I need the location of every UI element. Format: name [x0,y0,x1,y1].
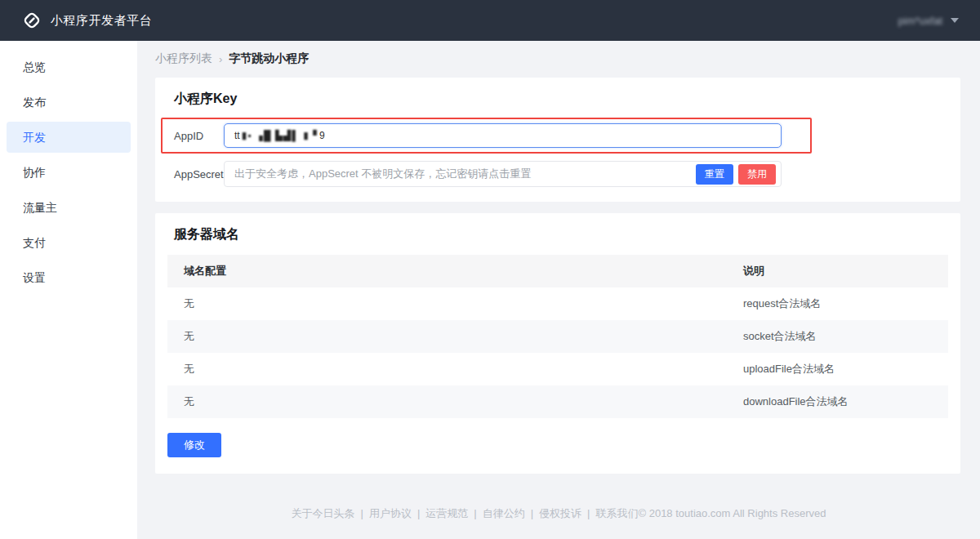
appsecret-hint: 出于安全考虑，AppSecret 不被明文保存，忘记密钥请点击重置 [234,167,531,181]
appsecret-row: AppSecret 出于安全考虑，AppSecret 不被明文保存，忘记密钥请点… [163,161,960,187]
sidebar: 总览 发布 开发 协作 流量主 支付 设置 [0,41,137,539]
server-domains-section-title: 服务器域名 [174,226,948,243]
main-content: 小程序列表 › 字节跳动小程序 小程序Key AppID tt ▮▪ ▗█ ▙▟… [137,41,980,539]
footer-link-operation-rules[interactable]: 运营规范 [425,507,468,519]
domain-config-value: 无 [167,394,727,409]
footer-separator: | [361,507,363,519]
breadcrumb-separator-icon: › [219,53,222,65]
domain-config-value: 无 [167,296,727,311]
footer-link-user-agreement[interactable]: 用户协议 [369,507,412,519]
appid-label: AppID [174,130,224,142]
appsecret-actions: 重置 禁用 [696,164,776,185]
column-header-description: 说明 [727,264,948,278]
domain-description: socket合法域名 [727,329,948,344]
domains-table: 域名配置 说明 无 request合法域名 无 socket合法域名 无 upl… [167,255,948,418]
domain-description: request合法域名 [727,296,948,311]
username: pim*uxfat [898,15,942,27]
sidebar-item-traffic-owner[interactable]: 流量主 [7,192,131,223]
chevron-down-icon [951,18,959,23]
sidebar-item-payment[interactable]: 支付 [7,227,131,258]
appid-value-suffix: 9 [319,130,325,141]
appsecret-field: 出于安全考虑，AppSecret 不被明文保存，忘记密钥请点击重置 重置 禁用 [224,161,782,187]
footer-copyright: © 2018 toutiao.com All Rights Reserved [638,507,826,519]
modify-button[interactable]: 修改 [167,433,221,457]
column-header-domain-config: 域名配置 [167,264,727,278]
sidebar-item-release[interactable]: 发布 [7,87,131,118]
table-row-socket: 无 socket合法域名 [167,320,948,353]
appid-highlight-annotation: AppID tt ▮▪ ▗█ ▙▟▌ ▮▝ 9 [161,118,812,154]
footer-link-about[interactable]: 关于今日头条 [292,507,355,519]
appid-value-prefix: tt [234,130,240,141]
domain-config-value: 无 [167,362,727,376]
app-logo-icon [21,10,42,31]
app-title: 小程序开发者平台 [51,13,152,29]
top-header: 小程序开发者平台 pim*uxfat [0,0,980,41]
breadcrumb: 小程序列表 › 字节跳动小程序 [155,51,960,66]
miniapp-key-section-title: 小程序Key [174,91,960,108]
footer-separator: | [531,507,533,519]
miniapp-key-card: 小程序Key AppID tt ▮▪ ▗█ ▙▟▌ ▮▝ 9 AppSecret… [155,78,960,202]
sidebar-item-collaboration[interactable]: 协作 [7,157,131,188]
reset-secret-button[interactable]: 重置 [696,164,733,185]
appid-input[interactable]: tt ▮▪ ▗█ ▙▟▌ ▮▝ 9 [224,123,782,148]
sidebar-item-develop[interactable]: 开发 [7,122,131,153]
sidebar-item-settings[interactable]: 设置 [7,262,131,293]
breadcrumb-miniapp-list[interactable]: 小程序列表 [155,51,212,66]
domain-config-value: 无 [167,329,727,344]
domain-description: uploadFile合法域名 [727,362,948,376]
footer-separator: | [474,507,476,519]
table-row-uploadfile: 无 uploadFile合法域名 [167,353,948,385]
server-domains-card: 服务器域名 域名配置 说明 无 request合法域名 无 socket合法域名… [155,213,960,474]
footer-separator: | [587,507,590,519]
table-row-downloadfile: 无 downloadFile合法域名 [167,385,948,418]
footer-link-self-discipline[interactable]: 自律公约 [483,507,525,519]
domain-description: downloadFile合法域名 [727,394,948,409]
sidebar-item-overview[interactable]: 总览 [7,51,131,82]
breadcrumb-current: 字节跳动小程序 [229,51,309,66]
disable-button[interactable]: 禁用 [738,164,776,185]
appid-value-redacted: ▮▪ ▗█ ▙▟▌ ▮▝ [242,130,318,141]
footer-link-infringement[interactable]: 侵权投诉 [539,507,581,519]
user-menu[interactable]: pim*uxfat [898,15,959,27]
header-brand: 小程序开发者平台 [21,10,152,31]
appsecret-label: AppSecret [174,168,224,180]
footer-link-contact-us[interactable]: 联系我们 [595,507,638,519]
table-row-request: 无 request合法域名 [167,287,948,320]
page-footer: 关于今日头条|用户协议|运营规范|自律公约|侵权投诉|联系我们© 2018 to… [137,492,980,539]
footer-separator: | [417,507,420,519]
table-header-row: 域名配置 说明 [167,255,948,287]
